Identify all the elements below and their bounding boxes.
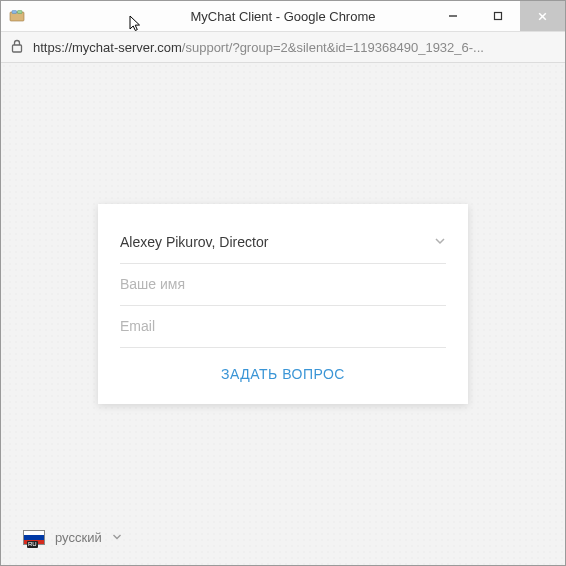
email-input[interactable]: Email [120, 306, 446, 348]
email-placeholder: Email [120, 318, 155, 334]
chevron-down-icon [112, 530, 122, 545]
url-host: https://mychat-server.com [33, 40, 182, 55]
support-form-card: Alexey Pikurov, Director Ваше имя Email … [98, 204, 468, 404]
svg-rect-1 [12, 11, 17, 14]
language-label: русский [55, 530, 102, 545]
chevron-down-icon [434, 234, 446, 250]
app-icon [9, 8, 25, 24]
operator-select[interactable]: Alexey Pikurov, Director [120, 222, 446, 264]
titlebar: MyChat Client - Google Chrome [1, 1, 565, 31]
svg-rect-4 [494, 13, 501, 20]
name-placeholder: Ваше имя [120, 276, 185, 292]
maximize-button[interactable] [475, 1, 520, 31]
submit-button[interactable]: ЗАДАТЬ ВОПРОС [120, 348, 446, 390]
flag-tag: RU [27, 541, 38, 548]
browser-window: MyChat Client - Google Chrome [0, 0, 566, 566]
lock-icon [11, 39, 23, 56]
svg-rect-7 [13, 45, 22, 52]
close-button[interactable] [520, 1, 565, 31]
flag-ru-icon: RU [23, 530, 45, 545]
window-controls [430, 1, 565, 31]
language-selector[interactable]: RU русский [23, 530, 122, 545]
svg-rect-2 [18, 11, 23, 14]
url-path: /support/?group=2&silent&id=119368490_19… [182, 40, 484, 55]
page-content: Alexey Pikurov, Director Ваше имя Email … [1, 63, 565, 565]
name-input[interactable]: Ваше имя [120, 264, 446, 306]
url-text: https://mychat-server.com/support/?group… [33, 40, 484, 55]
minimize-button[interactable] [430, 1, 475, 31]
address-bar[interactable]: https://mychat-server.com/support/?group… [1, 31, 565, 63]
operator-selected: Alexey Pikurov, Director [120, 234, 268, 250]
